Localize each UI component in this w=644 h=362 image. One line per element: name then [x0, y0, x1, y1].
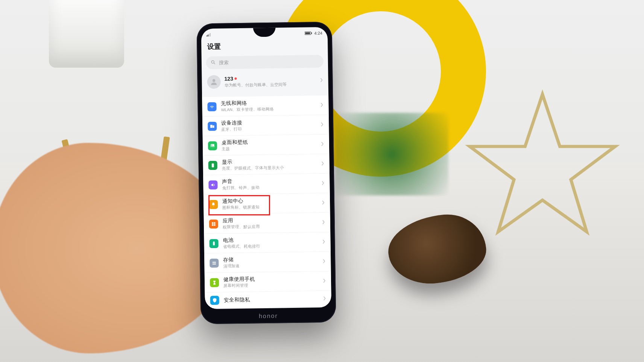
row-notification-center[interactable]: 通知中心 图标角标、锁屏通知 [204, 193, 330, 215]
row-title: 存储 [223, 255, 318, 264]
sound-icon [208, 180, 217, 189]
row-subtitle: 屏幕时间管理 [223, 282, 318, 289]
phone-screen: 4:24 设置 搜索 123 华为帐号、付款与账单、云空间等 [201, 27, 331, 309]
chevron-right-icon [320, 121, 324, 128]
chevron-right-icon [322, 238, 325, 245]
row-device-connection[interactable]: 设备连接 蓝牙、打印 [202, 115, 329, 136]
phone-brand-label: honor [200, 312, 336, 320]
page-title: 设置 [207, 41, 322, 51]
account-text: 123 华为帐号、付款与账单、云空间等 [224, 74, 316, 88]
wifi-icon [207, 102, 216, 111]
row-subtitle: WLAN、双卡管理、移动网络 [221, 106, 316, 113]
search-input[interactable]: 搜索 [206, 55, 324, 69]
pine-branch-prop [336, 113, 448, 195]
chevron-right-icon [321, 141, 324, 147]
display-icon [208, 161, 217, 170]
notification-dot [235, 77, 237, 80]
white-cup-prop [49, 0, 124, 68]
row-title: 桌面和壁纸 [222, 138, 316, 146]
phone-frame: 4:24 设置 搜索 123 华为帐号、付款与账单、云空间等 [196, 22, 336, 324]
row-title: 健康使用手机 [223, 275, 318, 283]
row-subtitle: 省电模式、耗电排行 [223, 243, 318, 250]
account-row[interactable]: 123 华为帐号、付款与账单、云空间等 [202, 71, 328, 94]
svg-line-9 [214, 63, 215, 64]
settings-list: 无线和网络 WLAN、双卡管理、移动网络 设备连接 蓝牙、打印 [202, 95, 331, 309]
svg-rect-7 [311, 32, 312, 34]
chevron-right-icon [320, 101, 323, 108]
row-wireless-network[interactable]: 无线和网络 WLAN、双卡管理、移动网络 [202, 95, 329, 117]
chevron-right-icon [322, 258, 325, 265]
row-title: 声音 [222, 177, 317, 185]
hourglass-icon [210, 278, 219, 287]
svg-marker-0 [470, 94, 615, 232]
row-title: 电池 [223, 236, 317, 244]
row-battery[interactable]: 电池 省电模式、耗电排行 [204, 232, 331, 254]
row-title: 应用 [223, 216, 317, 224]
svg-rect-2 [208, 35, 208, 36]
page-header: 设置 [201, 38, 328, 55]
svg-rect-1 [207, 35, 207, 36]
chevron-right-icon [323, 277, 326, 284]
svg-rect-3 [209, 34, 210, 36]
battery-icon [209, 239, 218, 248]
storage-icon [210, 258, 219, 267]
row-subtitle: 图标角标、锁屏通知 [222, 204, 317, 211]
chevron-right-icon [321, 160, 324, 167]
star-prop [463, 86, 621, 244]
svg-rect-21 [213, 241, 214, 242]
account-name: 123 [224, 76, 233, 82]
svg-rect-4 [210, 33, 211, 36]
status-time: 4:24 [314, 31, 322, 35]
wallpaper-icon [208, 141, 217, 150]
svg-rect-18 [212, 224, 213, 226]
search-placeholder: 搜索 [219, 59, 229, 66]
battery-icon [304, 31, 312, 35]
row-subtitle: 清理加速 [223, 262, 318, 269]
row-security-privacy[interactable]: 安全和隐私 [205, 291, 331, 309]
svg-rect-6 [305, 32, 310, 34]
row-subtitle: 亮度、护眼模式、字体与显示大小 [222, 165, 317, 171]
svg-rect-11 [210, 124, 213, 127]
svg-rect-12 [213, 125, 214, 127]
svg-rect-19 [214, 224, 215, 226]
row-title: 设备连接 [221, 118, 316, 127]
avatar [207, 75, 220, 89]
row-title: 无线和网络 [221, 99, 316, 107]
svg-rect-23 [213, 264, 216, 264]
row-storage[interactable]: 存储 清理加速 [204, 252, 331, 273]
chevron-right-icon [322, 199, 325, 206]
row-display[interactable]: 显示 亮度、护眼模式、字体与显示大小 [203, 154, 330, 176]
apps-icon [209, 219, 218, 228]
row-sound[interactable]: 声音 免打扰、铃声、振动 [203, 174, 330, 195]
account-subtitle: 华为帐号、付款与账单、云空间等 [225, 81, 316, 88]
chevron-right-icon [322, 219, 325, 226]
svg-rect-15 [212, 163, 214, 167]
bell-icon [209, 200, 218, 209]
row-subtitle: 权限管理、默认应用 [223, 223, 317, 230]
row-subtitle: 主题 [222, 145, 316, 152]
row-subtitle: 蓝牙、打印 [221, 126, 316, 132]
svg-point-8 [211, 61, 214, 63]
row-health-phone-use[interactable]: 健康使用手机 屏幕时间管理 [205, 271, 331, 293]
device-connection-icon [208, 121, 217, 130]
row-title: 通知中心 [222, 197, 317, 205]
row-subtitle: 免打扰、铃声、振动 [222, 184, 317, 191]
chevron-right-icon [320, 77, 323, 84]
svg-point-10 [213, 79, 215, 82]
shield-icon [210, 296, 219, 305]
chevron-right-icon [321, 180, 324, 186]
row-title: 显示 [222, 158, 316, 166]
svg-rect-17 [214, 222, 215, 224]
signal-icon [207, 33, 212, 36]
svg-rect-20 [213, 242, 215, 245]
row-apps[interactable]: 应用 权限管理、默认应用 [204, 213, 331, 234]
svg-rect-22 [213, 262, 216, 262]
search-icon [211, 59, 216, 66]
row-title: 安全和隐私 [224, 295, 319, 304]
row-home-wallpaper[interactable]: 桌面和壁纸 主题 [203, 135, 330, 156]
chevron-right-icon [323, 295, 326, 302]
svg-rect-16 [212, 222, 213, 224]
